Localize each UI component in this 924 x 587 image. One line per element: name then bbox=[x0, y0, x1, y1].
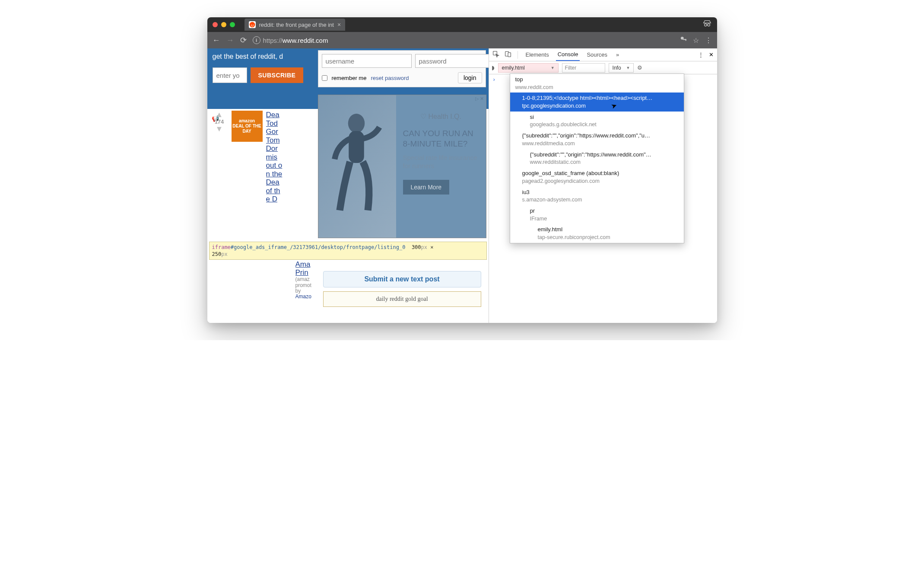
upvote-icon[interactable]: ▲ bbox=[211, 111, 228, 118]
ad-subtext: Special rate life insurance for runners bbox=[403, 153, 479, 170]
url-text: https://www.reddit.com bbox=[263, 37, 328, 44]
context-item[interactable]: pr IFrame bbox=[510, 205, 684, 224]
svg-point-3 bbox=[704, 24, 707, 26]
password-key-icon[interactable] bbox=[680, 36, 687, 45]
tab-title: reddit: the front page of the int bbox=[259, 22, 334, 28]
chevron-down-icon: ▼ bbox=[551, 66, 555, 70]
bookmark-star-icon[interactable]: ☆ bbox=[693, 36, 699, 45]
tab-elements[interactable]: Elements bbox=[524, 49, 551, 61]
url-field[interactable]: i https://www.reddit.com bbox=[253, 36, 674, 44]
ad-iframe-highlight: ▷ ✕ ♡ Health I.Q. CAN YOU RUN AN 8-MINUT… bbox=[318, 95, 486, 238]
device-toggle-icon[interactable] bbox=[505, 51, 511, 59]
devtools-close-icon[interactable]: ✕ bbox=[709, 51, 714, 58]
vote-widget: ▲ 174 ▼ bbox=[211, 111, 228, 204]
browser-window: reddit: the front page of the int × ← → … bbox=[207, 17, 717, 323]
tab-sources[interactable]: Sources bbox=[585, 49, 609, 61]
context-item-top[interactable]: top www.reddit.com bbox=[510, 74, 684, 93]
login-button[interactable]: login bbox=[458, 72, 482, 83]
browser-tab[interactable]: reddit: the front page of the int × bbox=[244, 19, 346, 31]
svg-point-0 bbox=[249, 22, 255, 28]
post-score: 174 bbox=[211, 118, 228, 125]
console-sidebar-icon[interactable]: ◗ bbox=[492, 64, 495, 71]
context-item[interactable]: iu3 s.amazon-adsystem.com bbox=[510, 187, 684, 205]
context-item-selected[interactable]: 1-0-8;21395;<!doctype html><html><head><… bbox=[510, 93, 684, 111]
reddit-favicon bbox=[249, 21, 256, 28]
close-window-button[interactable] bbox=[213, 22, 218, 27]
username-input[interactable] bbox=[322, 54, 412, 68]
svg-point-2 bbox=[253, 25, 254, 26]
svg-rect-12 bbox=[508, 53, 511, 57]
post-meta: (amaz promot by Amazo bbox=[295, 277, 316, 300]
devtools-menu-icon[interactable]: ⋮ bbox=[698, 51, 704, 58]
element-tooltip: iframe#google_ads_iframe_/32173961/deskt… bbox=[209, 242, 487, 260]
context-dropdown: top www.reddit.com 1-0-8;21395;<!doctype… bbox=[510, 73, 684, 243]
ad-image bbox=[318, 95, 396, 238]
log-level-select[interactable]: Info ▼ bbox=[609, 63, 634, 73]
context-item[interactable]: emily.html tap-secure.rubiconproject.com bbox=[510, 224, 684, 242]
window-controls bbox=[213, 22, 235, 27]
close-tab-icon[interactable]: × bbox=[337, 21, 341, 28]
email-input[interactable] bbox=[213, 67, 247, 83]
tabs-overflow-icon[interactable]: » bbox=[616, 51, 619, 58]
login-box: remember me reset password login bbox=[318, 50, 486, 87]
post-title-link[interactable]: Dea Tod Gor Tom Dor mis out on the Dea o… bbox=[266, 111, 283, 204]
site-info-icon[interactable]: i bbox=[253, 36, 260, 44]
console-body: › top www.reddit.com 1-0-8;21395;<!docty… bbox=[489, 74, 717, 323]
console-settings-icon[interactable]: ⚙ bbox=[637, 64, 642, 71]
minimize-window-button[interactable] bbox=[221, 22, 226, 27]
ad-copy: ♡ Health I.Q. CAN YOU RUN AN 8-MINUTE MI… bbox=[396, 95, 486, 238]
adchoices-icon[interactable]: ▷ ✕ bbox=[475, 96, 484, 102]
address-bar: ← → ⟳ i https://www.reddit.com ☆ ⋮ bbox=[207, 32, 717, 48]
zoom-window-button[interactable] bbox=[230, 22, 235, 27]
reset-password-link[interactable]: reset password bbox=[371, 75, 409, 81]
titlebar: reddit: the front page of the int × bbox=[207, 17, 717, 32]
ad-cta-button[interactable]: Learn More bbox=[403, 180, 450, 195]
context-item[interactable]: {"subreddit":"","origin":"https://www.re… bbox=[510, 130, 684, 149]
prime-link[interactable]: Ama Prin bbox=[295, 261, 311, 277]
svg-point-1 bbox=[251, 25, 251, 26]
submit-text-post-button[interactable]: Submit a new text post bbox=[323, 271, 481, 287]
post-thumbnail[interactable]: amazon DEAL OF THE DAY bbox=[232, 111, 263, 142]
ad-headline: CAN YOU RUN AN 8-MINUTE MILE? bbox=[403, 128, 479, 149]
subscribe-button[interactable]: SUBSCRIBE bbox=[251, 67, 304, 83]
context-selector[interactable]: emily.html ▼ bbox=[498, 63, 559, 73]
back-button[interactable]: ← bbox=[213, 36, 220, 45]
webpage-viewport: get the best of reddit, d SUBSCRIBE reme… bbox=[207, 48, 489, 323]
svg-rect-7 bbox=[685, 39, 686, 41]
downvote-icon[interactable]: ▼ bbox=[211, 125, 228, 133]
content-area: get the best of reddit, d SUBSCRIBE reme… bbox=[207, 48, 717, 323]
listing-row: ▲ 174 ▼ amazon DEAL OF THE DAY Dea Tod G… bbox=[211, 111, 312, 204]
remember-me-checkbox[interactable] bbox=[322, 75, 327, 81]
inspect-icon[interactable] bbox=[492, 51, 499, 59]
context-item[interactable]: {"subreddit":"","origin":"https://www.re… bbox=[510, 149, 684, 168]
chevron-down-icon: ▼ bbox=[626, 66, 630, 70]
password-input[interactable] bbox=[415, 54, 489, 68]
gold-goal-box: daily reddit gold goal bbox=[323, 291, 481, 307]
menu-icon[interactable]: ⋮ bbox=[705, 36, 712, 45]
reload-button[interactable]: ⟳ bbox=[240, 35, 247, 45]
post-title-continuation: Ama Prin (amaz promot by Amazo bbox=[295, 261, 316, 300]
svg-rect-9 bbox=[349, 131, 364, 163]
remember-me-label: remember me bbox=[332, 75, 367, 81]
console-toolbar: ◗ emily.html ▼ Filter Info ▼ ⚙ bbox=[489, 61, 717, 74]
context-item[interactable]: google_osd_static_frame (about:blank) pa… bbox=[510, 168, 684, 186]
svg-point-8 bbox=[348, 114, 364, 133]
devtools-tabbar: Elements Console Sources » ⋮ ✕ bbox=[489, 48, 717, 61]
devtools-panel: Elements Console Sources » ⋮ ✕ ◗ emily.h… bbox=[489, 48, 717, 323]
svg-point-4 bbox=[707, 24, 710, 26]
tab-console[interactable]: Console bbox=[556, 48, 580, 61]
console-prompt-icon: › bbox=[492, 76, 495, 83]
forward-button[interactable]: → bbox=[226, 36, 234, 45]
incognito-icon bbox=[702, 19, 712, 31]
ad-brand: ♡ Health I.Q. bbox=[403, 112, 479, 121]
context-item[interactable]: si googleads.g.doubleclick.net bbox=[510, 112, 684, 130]
filter-input[interactable]: Filter bbox=[562, 63, 605, 73]
